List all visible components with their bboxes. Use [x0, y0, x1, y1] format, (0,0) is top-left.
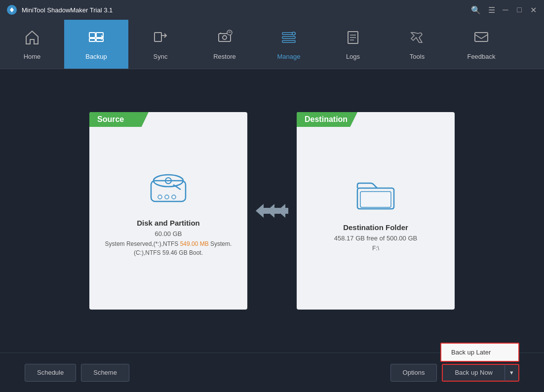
- minimize-button[interactable]: ─: [501, 5, 510, 14]
- nav-item-logs[interactable]: Logs: [321, 20, 385, 69]
- folder-icon: [353, 174, 398, 213]
- source-size: 60.00 GB: [155, 230, 182, 237]
- feedback-icon: [472, 29, 490, 49]
- svg-point-7: [223, 36, 227, 39]
- main-content: Source Disk and: [0, 69, 544, 353]
- nav-item-manage[interactable]: Manage: [257, 20, 321, 69]
- destination-section: Destination Destination Folder 458.17 GB…: [297, 112, 455, 310]
- source-detail-prefix: System Reserved,(*:),NTFS: [105, 240, 180, 247]
- backup-later-item[interactable]: Back up Later: [441, 344, 518, 361]
- nav-label-manage: Manage: [277, 53, 301, 60]
- nav-item-restore[interactable]: Restore: [193, 20, 257, 69]
- sync-icon: [152, 29, 169, 49]
- nav-label-home: Home: [24, 53, 41, 60]
- nav-label-restore: Restore: [213, 53, 236, 60]
- source-detail: System Reserved,(*:),NTFS 549.00 MB Syst…: [105, 239, 232, 257]
- destination-card[interactable]: Destination Destination Folder 458.17 GB…: [297, 112, 455, 310]
- destination-title: Destination Folder: [343, 223, 408, 232]
- nav-bar: Home Backup Sync: [0, 20, 544, 69]
- backup-now-group: Back up Now ▾ Back up Later: [442, 364, 519, 382]
- scheme-button[interactable]: Scheme: [81, 364, 129, 382]
- right-buttons: Options Back up Now ▾ Back up Later: [390, 364, 519, 382]
- svg-point-22: [158, 195, 162, 199]
- left-buttons: Schedule Scheme: [25, 364, 129, 382]
- svg-rect-2: [89, 39, 95, 41]
- nav-item-tools[interactable]: Tools: [385, 20, 449, 69]
- nav-item-backup[interactable]: Backup: [64, 20, 128, 69]
- backup-icon: [87, 29, 105, 49]
- destination-path: F:\: [372, 244, 379, 253]
- backup-now-button[interactable]: Back up Now: [442, 364, 505, 382]
- bottom-bar: Schedule Scheme Options Back up Now ▾ Ba…: [0, 353, 544, 392]
- destination-free-space: 458.17 GB free of 500.00 GB: [334, 235, 417, 242]
- title-bar: MiniTool ShadowMaker Trial 3.1 🔍 ☰ ─ □ ✕: [0, 0, 544, 20]
- svg-rect-10: [282, 37, 295, 39]
- nav-label-sync: Sync: [154, 53, 168, 60]
- nav-item-sync[interactable]: Sync: [128, 20, 193, 69]
- svg-rect-17: [475, 33, 488, 41]
- schedule-button[interactable]: Schedule: [25, 364, 76, 382]
- svg-point-12: [292, 32, 295, 35]
- source-detail-suffix: System.: [209, 240, 232, 247]
- arrow-section: [247, 201, 297, 221]
- svg-rect-26: [360, 192, 391, 207]
- window-controls: ☰ ─ □ ✕: [487, 5, 538, 15]
- svg-point-24: [172, 195, 176, 199]
- destination-header: Destination: [297, 112, 357, 127]
- source-detail-highlight: 549.00 MB: [180, 240, 209, 247]
- search-icon[interactable]: 🔍: [471, 5, 481, 15]
- options-button[interactable]: Options: [390, 364, 437, 382]
- nav-label-logs: Logs: [346, 53, 360, 60]
- source-title: Disk and Partition: [137, 219, 200, 227]
- close-button[interactable]: ✕: [528, 5, 538, 15]
- menu-icon[interactable]: ☰: [487, 5, 497, 15]
- nav-label-tools: Tools: [410, 53, 425, 60]
- home-icon: [23, 29, 41, 49]
- source-detail2: (C:),NTFS 59.46 GB Boot.: [134, 249, 203, 256]
- maximize-button[interactable]: □: [514, 5, 524, 14]
- backup-dropdown-button[interactable]: ▾: [505, 364, 519, 382]
- source-section: Source Disk and: [89, 112, 247, 310]
- backup-dropdown-popup: Back up Later: [440, 343, 519, 362]
- app-logo: [6, 4, 18, 16]
- app-title: MiniTool ShadowMaker Trial 3.1: [22, 6, 471, 14]
- source-header: Source: [89, 112, 149, 127]
- manage-icon: [280, 29, 298, 49]
- svg-rect-11: [282, 40, 295, 42]
- svg-point-8: [227, 30, 232, 35]
- nav-label-feedback: Feedback: [467, 53, 495, 60]
- source-card[interactable]: Source Disk and: [89, 112, 247, 310]
- disk-icon: [146, 170, 191, 209]
- tools-icon: [408, 29, 426, 49]
- logs-icon: [344, 29, 362, 49]
- nav-label-backup: Backup: [85, 53, 107, 60]
- nav-item-feedback[interactable]: Feedback: [449, 20, 513, 69]
- nav-item-home[interactable]: Home: [0, 20, 64, 69]
- svg-point-23: [165, 195, 169, 199]
- restore-icon: [216, 29, 233, 49]
- svg-rect-1: [89, 33, 95, 38]
- svg-rect-5: [155, 33, 161, 41]
